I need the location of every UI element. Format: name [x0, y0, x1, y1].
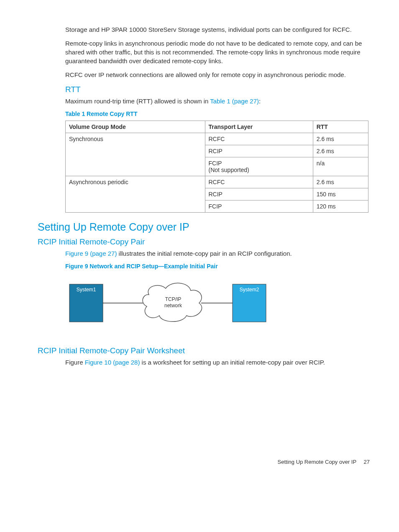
figure9-svg: System1 TCP/IP network System2	[65, 274, 274, 332]
paragraph-fig10-lead: Figure Figure 10 (page 28) is a workshee…	[38, 358, 370, 367]
fig10-lead-post: is a worksheet for setting up an initial…	[140, 359, 325, 366]
rtt-lead-post: :	[259, 98, 261, 105]
paragraph-ports: Storage and HP 3PAR 10000 StoreServ Stor…	[38, 25, 370, 34]
paragraph-rtt-lead: Maximum round-trip time (RTT) allowed is…	[38, 97, 370, 105]
cell-rtt: 120 ms	[313, 200, 368, 213]
paragraph-rcfc-ip: RCFC over IP network connections are all…	[38, 70, 370, 79]
table-row: Asynchronous periodic RCFC 2.6 ms	[66, 176, 368, 188]
table-header-row: Volume Group Mode Transport Layer RTT	[66, 121, 368, 133]
heading-rtt: RTT	[65, 85, 370, 94]
cell-transport: RCIP	[205, 145, 313, 157]
system2-label: System2	[240, 287, 259, 293]
col-transport-layer: Transport Layer	[205, 121, 313, 133]
cell-transport: FCIP	[205, 200, 313, 213]
col-volume-group-mode: Volume Group Mode	[66, 121, 205, 133]
cloud-label1: TCP/IP	[165, 296, 182, 302]
footer-section-title: Setting Up Remote Copy over IP	[278, 459, 356, 465]
link-figure10[interactable]: Figure 10 (page 28)	[85, 359, 140, 366]
table-row: Synchronous RCFC 2.6 ms	[66, 133, 368, 145]
paragraph-fig9-lead: Figure 9 (page 27) illustrates the initi…	[38, 249, 370, 258]
heading-rcip-initial-pair: RCIP Initial Remote-Copy Pair	[38, 237, 370, 247]
footer-page-number: 27	[364, 459, 370, 465]
cell-mode: Asynchronous periodic	[66, 176, 205, 213]
fig9-lead-rest: illustrates the initial remote-copy pair…	[117, 250, 292, 257]
cell-transport: FCIP (Not supported)	[205, 157, 313, 176]
cell-transport: RCFC	[205, 176, 313, 188]
fig10-lead-pre: Figure	[65, 359, 85, 366]
cell-transport-line2: (Not supported)	[209, 167, 249, 173]
link-table1[interactable]: Table 1 (page 27)	[210, 98, 259, 105]
rtt-lead-pre: Maximum round-trip time (RTT) allowed is…	[65, 98, 210, 105]
heading-setup-rcip: Setting Up Remote Copy over IP	[38, 221, 370, 233]
table1-caption: Table 1 Remote Copy RTT	[65, 111, 370, 117]
page-footer: Setting Up Remote Copy over IP 27	[38, 459, 370, 465]
link-figure9[interactable]: Figure 9 (page 27)	[65, 250, 117, 257]
figure9-diagram: System1 TCP/IP network System2	[65, 274, 370, 334]
cell-transport-line1: FCIP	[209, 160, 222, 167]
cell-transport: RCFC	[205, 133, 313, 145]
table-remote-copy-rtt: Volume Group Mode Transport Layer RTT Sy…	[65, 121, 368, 213]
figure9-caption: Figure 9 Network and RCIP Setup—Example …	[65, 263, 370, 270]
cloud-label2: network	[164, 303, 182, 308]
cell-rtt: 2.6 ms	[313, 133, 368, 145]
paragraph-async-links: Remote-copy links in asynchronous period…	[38, 39, 370, 65]
cell-transport: RCIP	[205, 188, 313, 200]
cell-rtt: 150 ms	[313, 188, 368, 200]
cell-rtt: 2.6 ms	[313, 176, 368, 188]
col-rtt: RTT	[313, 121, 368, 133]
cell-rtt: 2.6 ms	[313, 145, 368, 157]
cell-rtt: n/a	[313, 157, 368, 176]
heading-rcip-worksheet: RCIP Initial Remote-Copy Pair Worksheet	[38, 346, 370, 355]
cell-mode: Synchronous	[66, 133, 205, 176]
system1-label: System1	[77, 287, 96, 293]
